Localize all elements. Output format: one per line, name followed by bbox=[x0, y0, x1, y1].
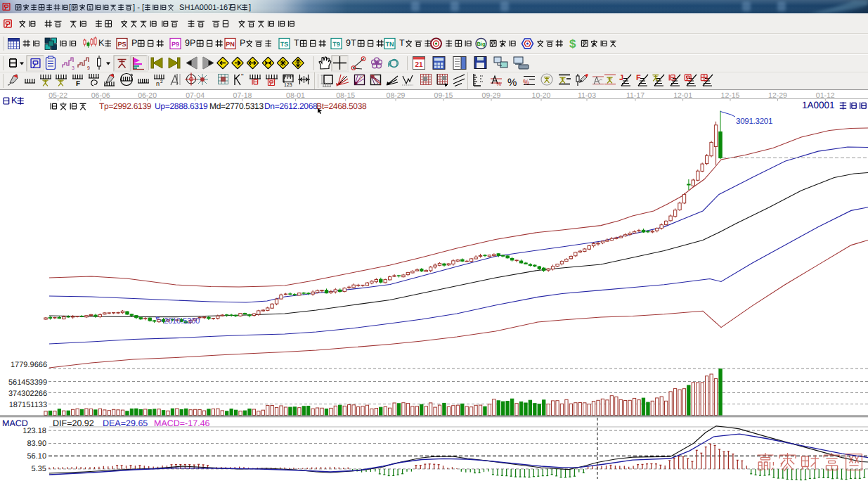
svg-text:TS: TS bbox=[280, 41, 289, 48]
svg-text:08-29: 08-29 bbox=[387, 91, 406, 100]
svg-text:9P: 9P bbox=[185, 38, 195, 48]
svg-text:Big: Big bbox=[477, 41, 486, 47]
svg-text:12-15: 12-15 bbox=[721, 91, 740, 100]
svg-text:%: % bbox=[507, 77, 517, 89]
svg-text:T: T bbox=[294, 38, 299, 48]
svg-text:DEA=29.65: DEA=29.65 bbox=[103, 418, 148, 428]
svg-text:5.35: 5.35 bbox=[32, 465, 46, 473]
svg-text:Dn=2612.2068: Dn=2612.2068 bbox=[264, 101, 318, 111]
svg-text:$: $ bbox=[569, 37, 576, 51]
svg-text:2: 2 bbox=[160, 79, 163, 84]
svg-text:9T: 9T bbox=[346, 38, 356, 48]
svg-text:%: % bbox=[523, 79, 529, 86]
svg-text:": " bbox=[241, 73, 244, 81]
svg-text:06-06: 06-06 bbox=[91, 91, 110, 100]
svg-text:F: F bbox=[76, 80, 80, 88]
svg-text:P9: P9 bbox=[171, 41, 179, 48]
svg-text:T: T bbox=[399, 38, 405, 48]
svg-text:K: K bbox=[11, 95, 18, 105]
svg-text:01-12: 01-12 bbox=[816, 91, 835, 100]
svg-text:Md=2770.5313: Md=2770.5313 bbox=[209, 101, 264, 111]
svg-text:12-29: 12-29 bbox=[768, 91, 787, 100]
svg-text:] - [: ] - [ bbox=[133, 4, 144, 12]
svg-text:09-29: 09-29 bbox=[482, 91, 501, 100]
svg-text:374302266: 374302266 bbox=[8, 390, 47, 398]
svg-text:09-15: 09-15 bbox=[434, 91, 453, 100]
svg-text:T9: T9 bbox=[332, 41, 340, 48]
svg-text:P: P bbox=[131, 38, 137, 48]
svg-text:3091.3201: 3091.3201 bbox=[736, 117, 772, 126]
svg-text:561453399: 561453399 bbox=[8, 378, 47, 387]
svg-text:PS: PS bbox=[117, 41, 126, 48]
svg-text:08-15: 08-15 bbox=[336, 91, 355, 100]
svg-text:SH1A0001-167: SH1A0001-167 bbox=[175, 4, 232, 12]
svg-text:10-20: 10-20 bbox=[532, 91, 551, 100]
svg-text:[: [ bbox=[69, 4, 71, 12]
svg-text:%: % bbox=[496, 81, 501, 87]
svg-text:08-01: 08-01 bbox=[286, 91, 305, 100]
svg-text:1779.9666: 1779.9666 bbox=[11, 361, 47, 369]
svg-text:K: K bbox=[237, 4, 242, 12]
svg-text:06-20: 06-20 bbox=[138, 91, 157, 100]
svg-text:11-03: 11-03 bbox=[578, 91, 596, 100]
svg-text:Up=2888.6319: Up=2888.6319 bbox=[155, 101, 208, 111]
svg-text:J: J bbox=[619, 74, 623, 82]
svg-text:2010.5300: 2010.5300 bbox=[164, 317, 200, 326]
svg-text:07-18: 07-18 bbox=[233, 91, 252, 100]
svg-text:PN: PN bbox=[226, 41, 235, 48]
svg-text:K: K bbox=[98, 38, 105, 48]
svg-text:05-22: 05-22 bbox=[48, 91, 67, 100]
svg-text:21: 21 bbox=[415, 61, 423, 69]
svg-text:]: ] bbox=[249, 4, 251, 12]
svg-text:56.10: 56.10 bbox=[27, 452, 46, 461]
svg-text:3: 3 bbox=[72, 66, 75, 71]
svg-text:Tp=2992.6139: Tp=2992.6139 bbox=[99, 101, 152, 111]
svg-text:83.90: 83.90 bbox=[27, 440, 46, 448]
svg-text:07-04: 07-04 bbox=[186, 91, 205, 100]
svg-text:Bt=2468.5038: Bt=2468.5038 bbox=[316, 101, 367, 111]
svg-text:12-01: 12-01 bbox=[673, 91, 692, 100]
svg-text:9: 9 bbox=[87, 66, 90, 71]
svg-text:P: P bbox=[240, 38, 245, 48]
svg-text:TN: TN bbox=[386, 41, 394, 48]
svg-text:n: n bbox=[156, 80, 160, 87]
svg-text:187151133: 187151133 bbox=[9, 401, 47, 409]
svg-text:11-17: 11-17 bbox=[626, 91, 644, 100]
svg-text:DIF=20.92: DIF=20.92 bbox=[53, 418, 94, 428]
svg-text:MACD=-17.46: MACD=-17.46 bbox=[154, 418, 210, 428]
svg-text:1A0001: 1A0001 bbox=[802, 100, 837, 110]
svg-text:123.18: 123.18 bbox=[22, 427, 46, 435]
svg-text:F: F bbox=[636, 74, 641, 82]
svg-text:123: 123 bbox=[284, 83, 292, 88]
